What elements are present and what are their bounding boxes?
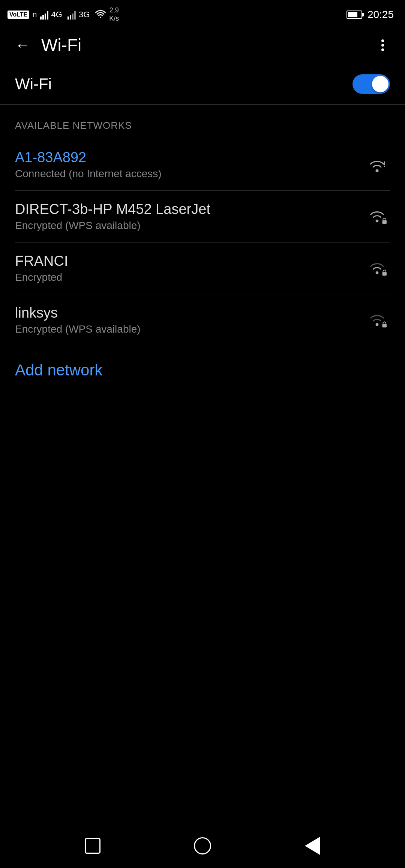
back-button[interactable]: ← xyxy=(11,34,34,56)
wifi-setting-label: Wi-Fi xyxy=(15,75,52,93)
network-status-3: Encrypted (WPS available) xyxy=(15,323,364,335)
network-item-2[interactable]: FRANCI Encrypted xyxy=(15,243,390,294)
wifi-toggle-row: Wi-Fi xyxy=(0,64,405,105)
wifi-signal-icon-2 xyxy=(364,257,390,280)
svg-rect-5 xyxy=(382,272,387,276)
more-options-button[interactable] xyxy=(371,34,394,56)
3g-label: 3G xyxy=(79,10,90,20)
network-info-0: A1-83A892 Connected (no Internet access) xyxy=(15,149,364,180)
home-button[interactable] xyxy=(189,833,216,859)
network-name-0: A1-83A892 xyxy=(15,149,364,166)
network-item-connected[interactable]: A1-83A892 Connected (no Internet access)… xyxy=(15,139,390,191)
network-indicator-1: n xyxy=(32,10,37,20)
network-item-1[interactable]: DIRECT-3b-HP M452 LaserJet Encrypted (WP… xyxy=(15,191,390,243)
network-name-3: linksys xyxy=(15,305,364,321)
network-status-2: Encrypted xyxy=(15,271,364,283)
3g-signal-icon xyxy=(68,10,76,20)
more-dots-icon xyxy=(381,39,384,51)
network-info-3: linksys Encrypted (WPS available) xyxy=(15,305,364,335)
wifi-toggle-switch[interactable] xyxy=(352,74,390,94)
network-name-2: FRANCI xyxy=(15,253,364,269)
toolbar: ← Wi-Fi xyxy=(0,26,405,64)
network-status-0: Connected (no Internet access) xyxy=(15,168,364,180)
back-arrow-icon: ← xyxy=(15,37,30,54)
wifi-signal-icon-3 xyxy=(364,309,390,332)
network-info-2: FRANCI Encrypted xyxy=(15,253,364,283)
nav-bar xyxy=(0,823,405,868)
volte-badge: VoLTE xyxy=(8,11,29,19)
back-nav-icon xyxy=(305,837,320,855)
home-icon xyxy=(194,837,211,854)
data-speed: 2,9 K/s xyxy=(109,6,119,23)
svg-rect-7 xyxy=(382,324,387,327)
svg-point-0 xyxy=(375,169,378,172)
network-name-1: DIRECT-3b-HP M452 LaserJet xyxy=(15,201,364,217)
status-left-icons: VoLTE n 4G 3G 2,9 K/s xyxy=(8,6,119,23)
network-list: A1-83A892 Connected (no Internet access)… xyxy=(0,139,405,346)
toggle-knob xyxy=(372,76,388,92)
svg-point-6 xyxy=(375,323,378,326)
4g-signal-icon xyxy=(40,10,48,20)
add-network-label: Add network xyxy=(15,361,102,379)
available-networks-header: AVAILABLE NETWORKS xyxy=(0,105,405,139)
status-right-icons: 20:25 xyxy=(346,9,394,21)
back-nav-button[interactable] xyxy=(299,833,326,859)
page-title: Wi-Fi xyxy=(41,35,371,55)
network-info-1: DIRECT-3b-HP M452 LaserJet Encrypted (WP… xyxy=(15,201,364,232)
wifi-status-icon xyxy=(95,10,106,20)
4g-label: 4G xyxy=(51,10,62,20)
recent-apps-icon xyxy=(85,838,100,854)
status-bar: VoLTE n 4G 3G 2,9 K/s xyxy=(0,0,405,26)
network-item-3[interactable]: linksys Encrypted (WPS available) xyxy=(15,294,390,346)
svg-point-4 xyxy=(375,271,378,274)
recent-apps-button[interactable] xyxy=(80,833,106,859)
svg-text:!: ! xyxy=(383,160,386,168)
svg-rect-3 xyxy=(382,220,387,224)
svg-point-2 xyxy=(375,219,378,222)
add-network-button[interactable]: Add network xyxy=(0,346,405,394)
battery-icon xyxy=(346,11,362,19)
time-display: 20:25 xyxy=(368,9,394,21)
wifi-signal-icon-1 xyxy=(364,205,390,228)
wifi-signal-icon-0: ! xyxy=(364,154,390,176)
network-status-1: Encrypted (WPS available) xyxy=(15,220,364,232)
